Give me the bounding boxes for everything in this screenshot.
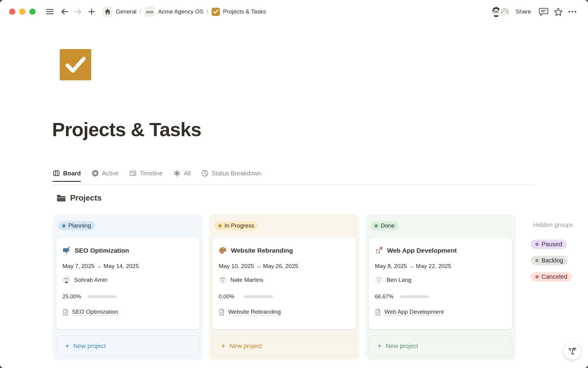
breadcrumb-page[interactable]: Projects & Tasks [223, 8, 266, 15]
breadcrumb-separator: / [139, 8, 141, 15]
status-pill-in-progress[interactable]: In Progress [214, 221, 258, 230]
hamburger-icon [46, 8, 54, 15]
project-card[interactable]: SEO Optimization May 7, 2025 → May 14, 2… [56, 238, 200, 329]
pie-chart-icon [201, 170, 209, 177]
project-card[interactable]: Web App Development May 8, 2025 → May 22… [369, 238, 512, 329]
page-doc-icon [62, 309, 69, 316]
card-assignee: Ben Lang [375, 276, 506, 284]
page-icon-checkbox[interactable] [60, 49, 91, 80]
status-dot [62, 224, 66, 228]
view-tabs: Board Active Timeline All Status Breakdo… [53, 170, 272, 182]
tab-label: Active [102, 170, 119, 177]
plus-icon: + [65, 342, 70, 350]
tab-all[interactable]: All [173, 170, 190, 182]
new-project-button[interactable]: + New project [369, 335, 512, 356]
card-progress: 66.67% [375, 293, 506, 300]
page-title[interactable]: Projects & Tasks [52, 118, 201, 140]
hidden-group-label: Backlog [541, 257, 563, 264]
hidden-group-canceled[interactable]: Canceled [531, 272, 572, 282]
plus-icon: + [221, 342, 226, 350]
palette-emoji-icon [219, 246, 227, 255]
tab-label: Timeline [140, 170, 163, 177]
status-label: Planning [68, 222, 91, 229]
star-icon [554, 7, 563, 16]
new-project-button[interactable]: + New project [56, 335, 200, 356]
new-project-label: New project [386, 343, 418, 350]
share-button[interactable]: Share [515, 8, 531, 15]
minimize-window-button[interactable] [19, 9, 25, 15]
mailbox-emoji-icon [62, 246, 71, 255]
more-options-button[interactable] [567, 6, 578, 17]
status-label: Done [381, 222, 394, 229]
new-project-button[interactable]: + New project [213, 335, 356, 356]
tab-timeline[interactable]: Timeline [129, 170, 163, 182]
rocket-emoji-icon [375, 246, 383, 255]
hidden-group-backlog[interactable]: Backlog [531, 256, 568, 265]
assignee-avatar [62, 276, 70, 284]
card-page-link[interactable]: SEO Optimization [72, 309, 118, 316]
card-page-link[interactable]: Website Rebranding [228, 309, 281, 316]
card-title: SEO Optimization [75, 247, 129, 254]
tab-status-breakdown[interactable]: Status Breakdown [201, 170, 261, 182]
comments-button[interactable] [538, 6, 549, 17]
tab-board[interactable]: Board [53, 170, 81, 182]
favorite-button[interactable] [553, 6, 564, 17]
asterisk-icon [173, 170, 181, 177]
forward-arrow-icon [74, 8, 82, 15]
zoom-window-button[interactable] [29, 9, 36, 15]
new-project-label: New project [74, 343, 106, 350]
card-title: Web App Development [387, 247, 457, 254]
plus-icon: + [377, 342, 382, 350]
close-window-button[interactable] [9, 9, 15, 15]
progress-bar [400, 295, 429, 298]
status-dot [535, 275, 539, 278]
avatar [499, 6, 511, 17]
progress-label: 66.67% [375, 293, 395, 300]
progress-bar [87, 295, 117, 298]
sidebar-toggle-button[interactable] [45, 6, 55, 17]
acme-logo-icon: acme [146, 10, 153, 13]
assignee-name: Sohrab Amin [74, 277, 107, 283]
breadcrumb-home[interactable] [102, 6, 113, 17]
comment-icon [539, 7, 548, 16]
card-assignee: Sohrab Amin [62, 276, 194, 284]
hidden-groups-title: Hidden groups [533, 221, 573, 228]
member-avatars[interactable] [490, 6, 511, 17]
breadcrumb-workspace[interactable]: Acme Agency OS [158, 8, 204, 15]
acme-workspace-logo: acme [145, 6, 155, 17]
notion-face-icon [567, 347, 577, 356]
tabs-divider [53, 184, 534, 185]
card-dates: May 10, 2025 → May 26, 2025 [219, 263, 350, 270]
card-assignee: Nate Martins [219, 276, 350, 284]
status-pill-planning[interactable]: Planning [58, 221, 95, 230]
assignee-name: Nate Martins [230, 277, 263, 283]
notion-templates-button[interactable] [564, 342, 581, 360]
forward-button[interactable] [73, 6, 83, 17]
status-dot [375, 224, 378, 228]
status-pill-done[interactable]: Done [371, 221, 398, 230]
back-arrow-icon [61, 8, 69, 15]
project-card[interactable]: Website Rebranding May 10, 2025 → May 26… [213, 238, 356, 329]
plus-icon [88, 8, 95, 15]
back-button[interactable] [59, 6, 70, 17]
hidden-group-label: Canceled [541, 273, 567, 280]
hidden-groups-panel: Hidden groups Paused Backlog Canceled [531, 221, 573, 282]
card-dates: May 7, 2025 → May 14, 2025 [62, 263, 194, 270]
new-project-label: New project [230, 343, 262, 350]
star-circle-icon [92, 170, 99, 177]
hidden-group-paused[interactable]: Paused [531, 240, 567, 249]
page-checkbox-icon [212, 8, 220, 16]
status-label: In Progress [224, 222, 254, 229]
breadcrumb-separator: / [206, 8, 208, 15]
card-progress: 25.00% [62, 293, 194, 300]
folder-icon [56, 194, 66, 202]
tab-active[interactable]: Active [92, 170, 119, 182]
section-title: Projects [70, 193, 102, 203]
card-page-link[interactable]: Web App Development [384, 309, 444, 316]
progress-bar [243, 295, 273, 298]
breadcrumb-root[interactable]: General [116, 8, 137, 15]
timeline-icon [129, 170, 137, 177]
assignee-avatar [375, 276, 383, 284]
new-tab-button[interactable] [86, 6, 97, 17]
status-dot [535, 259, 539, 262]
